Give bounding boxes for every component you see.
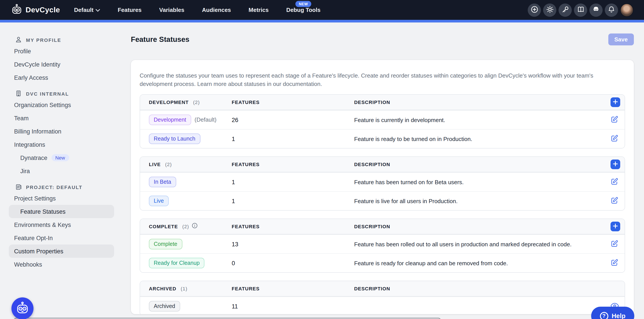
status-description: Feature has been rolled out to all users… xyxy=(354,241,604,248)
status-badge[interactable]: Live xyxy=(149,196,169,206)
status-row: Archived 11 xyxy=(140,296,624,314)
notifications-button[interactable] xyxy=(605,3,618,16)
status-badge[interactable]: Complete xyxy=(149,239,182,250)
status-badge[interactable]: Ready for Cleanup xyxy=(149,258,204,268)
sidebar-section-dvc-internal: DVC INTERNAL xyxy=(15,90,122,98)
feature-count: 1 xyxy=(232,179,354,185)
info-icon[interactable] xyxy=(192,222,198,230)
key-icon xyxy=(562,6,569,14)
category-header-row: COMPLETE(2) FEATURES DESCRIPTION xyxy=(140,219,624,234)
feature-count: 1 xyxy=(232,198,354,204)
navbar-actions xyxy=(528,3,634,16)
api-keys-button[interactable] xyxy=(558,3,572,16)
category-name: DEVELOPMENT xyxy=(149,100,189,105)
edit-status-button[interactable] xyxy=(604,258,624,268)
robot-mascot-icon xyxy=(16,301,30,316)
status-row: In Beta 1 Feature has been turned on for… xyxy=(140,172,624,191)
sidebar-item-early-access[interactable]: Early Access xyxy=(9,71,114,84)
default-suffix: (Default) xyxy=(194,116,216,123)
edit-status-button[interactable] xyxy=(604,196,624,206)
edit-pencil-icon xyxy=(610,134,618,144)
save-button[interactable]: Save xyxy=(608,33,634,45)
sidebar-item-webhooks[interactable]: Webhooks xyxy=(9,258,114,271)
nav-item-debug-tools[interactable]: NEW Debug Tools xyxy=(278,0,330,20)
edit-status-button[interactable] xyxy=(604,240,624,249)
feature-count: 1 xyxy=(232,136,354,142)
cutoff-panel-edge xyxy=(14,318,441,319)
edit-status-button[interactable] xyxy=(604,134,624,144)
sidebar-item-feature-statuses[interactable]: Feature Statuses xyxy=(9,205,114,218)
nav-item-metrics[interactable]: Metrics xyxy=(240,0,278,20)
status-row: Ready to Launch 1 Feature is ready to be… xyxy=(140,129,624,148)
avatar[interactable] xyxy=(620,3,634,16)
status-category-archived: ARCHIVED(1) FEATURES DESCRIPTION Archive… xyxy=(140,281,625,314)
sidebar-item-integrations[interactable]: Integrations xyxy=(9,138,114,151)
edit-status-button[interactable] xyxy=(604,115,624,124)
edit-pencil-icon xyxy=(610,258,618,268)
discord-button[interactable] xyxy=(590,3,602,16)
sidebar-item-project-settings[interactable]: Project Settings xyxy=(9,192,114,205)
new-badge: New xyxy=(51,154,69,161)
status-badge[interactable]: Archived xyxy=(149,301,180,312)
status-row: Complete 13 Feature has been rolled out … xyxy=(140,234,624,253)
sidebar-item-dynatrace[interactable]: Dynatrace New xyxy=(9,151,114,164)
status-row: Ready for Cleanup 0 Feature is ready for… xyxy=(140,253,624,272)
sidebar-item-custom-properties[interactable]: Custom Properties xyxy=(9,244,114,258)
help-button[interactable]: ? Help xyxy=(591,307,634,319)
devcycle-logo[interactable]: DevCycle xyxy=(11,3,60,16)
add-status-button[interactable] xyxy=(610,222,620,231)
create-button[interactable] xyxy=(528,3,541,16)
accent-strip xyxy=(0,20,644,22)
feature-statuses-card: Configure the statuses your team uses to… xyxy=(131,60,634,314)
edit-pencil-icon xyxy=(610,177,618,186)
status-row: Development(Default) 26 Feature is curre… xyxy=(140,110,624,129)
nav-item-audiences[interactable]: Audiences xyxy=(193,0,240,20)
chevron-down-icon xyxy=(96,6,100,13)
add-status-button[interactable] xyxy=(610,97,620,107)
feature-count: 0 xyxy=(232,260,354,266)
category-count: (2) xyxy=(193,100,200,105)
page-title: Feature Statuses xyxy=(131,35,190,44)
status-description: Feature is live for all users in Product… xyxy=(354,198,604,204)
sidebar-item-devcycle-identity[interactable]: DevCycle Identity xyxy=(9,58,114,71)
sidebar-section-my-profile: MY PROFILE xyxy=(15,36,122,44)
status-category-live: LIVE(2) FEATURES DESCRIPTION In Beta 1 F… xyxy=(140,156,625,210)
sidebar-item-profile[interactable]: Profile xyxy=(9,44,114,58)
primary-nav: Default Features Variables Audiences Met… xyxy=(65,0,329,20)
status-badge[interactable]: Development xyxy=(149,114,191,125)
status-category-development: DEVELOPMENT(2) FEATURES DESCRIPTION Deve… xyxy=(140,94,625,148)
nav-item-features[interactable]: Features xyxy=(109,0,150,20)
feature-count: 26 xyxy=(232,116,354,123)
settings-sidebar: MY PROFILE Profile DevCycle Identity Ear… xyxy=(0,22,122,319)
status-badge[interactable]: In Beta xyxy=(149,177,176,187)
settings-button[interactable] xyxy=(543,3,556,16)
top-navbar: DevCycle Default Features Variables Audi… xyxy=(0,0,644,20)
plus-icon xyxy=(613,223,618,230)
project-switcher[interactable]: Default xyxy=(65,0,109,20)
sidebar-item-jira[interactable]: Jira xyxy=(9,164,114,178)
sidebar-item-organization-settings[interactable]: Organization Settings xyxy=(9,98,114,112)
sidebar-item-environments-keys[interactable]: Environments & Keys xyxy=(9,218,114,231)
edit-status-button[interactable] xyxy=(604,177,624,186)
gear-icon xyxy=(546,6,554,14)
features-column-header: FEATURES xyxy=(232,100,354,105)
question-mark-icon: ? xyxy=(600,312,608,319)
features-column-header: FEATURES xyxy=(232,286,354,291)
description-column-header: DESCRIPTION xyxy=(354,224,604,229)
sidebar-item-billing-information[interactable]: Billing Information xyxy=(9,125,114,138)
sidebar-item-team[interactable]: Team xyxy=(9,112,114,125)
brand-name: DevCycle xyxy=(26,6,60,14)
sidebar-item-feature-opt-in[interactable]: Feature Opt-In xyxy=(9,231,114,244)
documentation-button[interactable] xyxy=(574,3,587,16)
main-content: Feature Statuses Save Configure the stat… xyxy=(122,22,644,319)
new-badge: NEW xyxy=(295,1,312,7)
assistant-mascot-button[interactable] xyxy=(12,298,34,319)
status-badge[interactable]: Ready to Launch xyxy=(149,134,200,144)
category-header-row: LIVE(2) FEATURES DESCRIPTION xyxy=(140,157,624,172)
building-icon xyxy=(15,90,22,98)
category-name: COMPLETE xyxy=(149,224,178,229)
nav-item-variables[interactable]: Variables xyxy=(150,0,193,20)
add-status-button[interactable] xyxy=(610,160,620,169)
category-header-row: ARCHIVED(1) FEATURES DESCRIPTION xyxy=(140,281,624,296)
user-icon xyxy=(15,36,22,44)
